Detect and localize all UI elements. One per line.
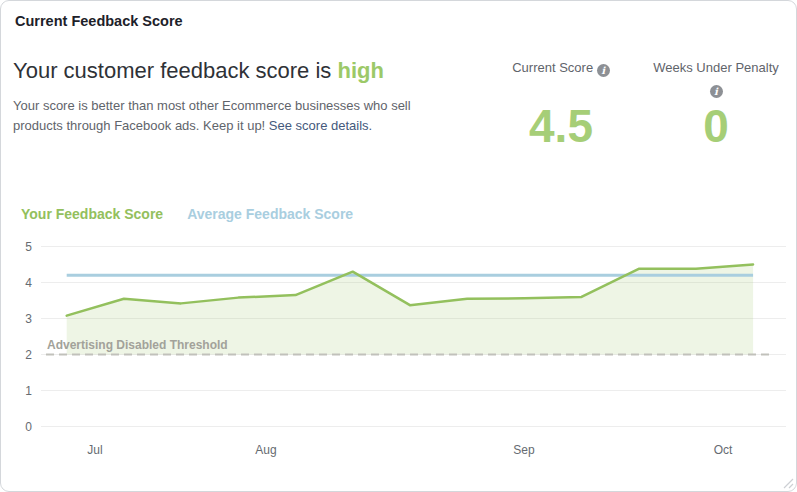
score-description: Your score is better than most other Eco… — [13, 96, 461, 135]
threshold-label: Advertising Disabled Threshold — [47, 338, 228, 352]
headline: Your customer feedback score is high — [13, 58, 384, 84]
y-tick-label: 3 — [25, 312, 32, 326]
y-tick-label: 4 — [25, 276, 32, 290]
weeks-under-penalty-info-row: i — [653, 79, 779, 98]
current-score-value: 4.5 — [499, 103, 623, 149]
see-score-details-link[interactable]: See score details. — [269, 118, 372, 133]
feedback-chart: 012345Advertising Disabled ThresholdJulA… — [1, 236, 797, 491]
feedback-score-card: Current Feedback Score Your customer fee… — [0, 0, 797, 492]
info-icon[interactable]: i — [710, 85, 723, 98]
current-score-stat: Current Score i 4.5 — [499, 59, 623, 77]
feedback-chart-svg[interactable]: 012345Advertising Disabled ThresholdJulA… — [1, 236, 797, 491]
current-score-label-row: Current Score i — [499, 59, 623, 77]
info-icon[interactable]: i — [597, 64, 610, 77]
weeks-under-penalty-label: Weeks Under Penalty — [653, 59, 779, 76]
x-tick-label: Sep — [513, 443, 535, 457]
weeks-under-penalty-stat: Weeks Under Penalty i 0 — [653, 59, 779, 98]
current-score-label: Current Score — [512, 60, 593, 75]
card-title: Current Feedback Score — [15, 13, 183, 29]
headline-highlight: high — [337, 58, 383, 83]
x-tick-label: Oct — [714, 443, 733, 457]
resize-grip[interactable] — [782, 477, 794, 489]
legend-item-your-score[interactable]: Your Feedback Score — [21, 206, 163, 222]
legend: Your Feedback Score Average Feedback Sco… — [21, 206, 353, 222]
x-tick-label: Jul — [87, 443, 102, 457]
x-tick-label: Aug — [255, 443, 276, 457]
legend-item-average-score[interactable]: Average Feedback Score — [187, 206, 353, 222]
y-tick-label: 0 — [25, 420, 32, 434]
headline-text: Your customer feedback score is — [13, 58, 337, 83]
y-tick-label: 1 — [25, 384, 32, 398]
weeks-under-penalty-value: 0 — [653, 103, 779, 149]
y-tick-label: 2 — [25, 348, 32, 362]
y-tick-label: 5 — [25, 240, 32, 254]
